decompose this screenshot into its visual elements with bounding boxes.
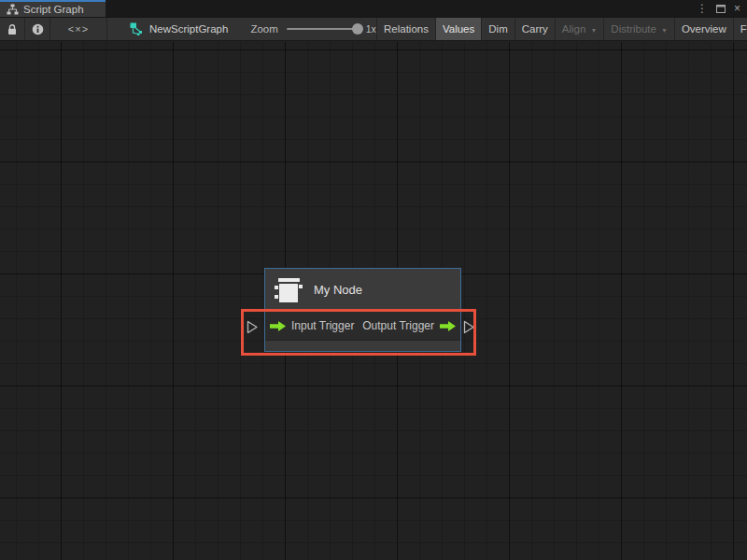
- output-port-label: Output Trigger: [362, 319, 434, 332]
- node-header[interactable]: My Node: [265, 269, 460, 311]
- menu-icon[interactable]: ⋮: [697, 3, 708, 14]
- external-input-connector-icon[interactable]: [247, 320, 259, 334]
- carry-button[interactable]: Carry: [514, 18, 555, 40]
- align-label: Align: [562, 23, 586, 35]
- dim-label: Dim: [488, 23, 507, 35]
- dim-button[interactable]: Dim: [481, 18, 514, 40]
- relations-label: Relations: [384, 23, 429, 35]
- graph-toolbar: <×> NewScriptGraph Zoom 1x Relation: [0, 17, 747, 41]
- carry-label: Carry: [522, 23, 548, 35]
- graph-breadcrumb[interactable]: NewScriptGraph: [107, 18, 228, 40]
- maximize-icon[interactable]: [716, 5, 726, 13]
- align-dropdown[interactable]: Align ▼: [555, 18, 604, 40]
- overview-button[interactable]: Overview: [674, 18, 733, 40]
- graph-name-label: NewScriptGraph: [149, 23, 228, 35]
- node-footer: [265, 340, 460, 351]
- trigger-arrow-icon: [440, 321, 456, 331]
- chevron-down-icon: ▼: [590, 27, 597, 34]
- input-port-label: Input Trigger: [291, 319, 354, 332]
- info-button[interactable]: [25, 18, 49, 40]
- overview-label: Overview: [682, 23, 726, 35]
- relations-button[interactable]: Relations: [376, 18, 435, 40]
- zoom-control: Zoom 1x: [250, 18, 376, 40]
- lock-icon: [7, 23, 18, 35]
- code-preview-button[interactable]: <×>: [50, 18, 106, 40]
- toolbar-toggle-buttons: Relations Values Dim Carry Align ▼ Distr…: [376, 18, 747, 40]
- values-label: Values: [443, 23, 474, 35]
- input-trigger-port[interactable]: Input Trigger: [270, 319, 354, 332]
- script-graph-window: Script Graph ⋮ ×: [0, 0, 747, 560]
- output-trigger-port[interactable]: Output Trigger: [362, 319, 456, 332]
- node-title: My Node: [314, 283, 362, 297]
- external-output-connector-icon[interactable]: [463, 320, 475, 334]
- distribute-dropdown[interactable]: Distribute ▼: [603, 18, 674, 40]
- close-icon[interactable]: ×: [734, 3, 740, 14]
- hierarchy-graph-icon: [7, 4, 19, 15]
- zoom-slider[interactable]: [287, 28, 358, 30]
- graph-node[interactable]: My Node Input Trigger Output Trigger: [264, 268, 461, 352]
- tab-label: Script Graph: [23, 4, 84, 15]
- full-screen-button[interactable]: Full Screen: [733, 18, 747, 40]
- info-icon: [32, 23, 44, 35]
- distribute-label: Distribute: [611, 23, 656, 35]
- script-graph-asset-icon: [130, 22, 143, 35]
- graph-canvas[interactable]: My Node Input Trigger Output Trigger: [0, 42, 747, 560]
- values-button[interactable]: Values: [435, 18, 481, 40]
- zoom-value: 1x: [366, 23, 376, 35]
- window-controls: ⋮ ×: [697, 0, 747, 17]
- tab-script-graph[interactable]: Script Graph: [0, 0, 106, 17]
- unit-node-icon: [274, 277, 303, 303]
- trigger-arrow-icon: [270, 321, 286, 331]
- title-bar: Script Graph ⋮ ×: [0, 0, 747, 17]
- zoom-slider-knob[interactable]: [352, 23, 363, 35]
- node-port-row: Input Trigger Output Trigger: [265, 311, 460, 340]
- zoom-label: Zoom: [250, 23, 277, 35]
- lock-button[interactable]: [0, 18, 24, 40]
- full-screen-label: Full Screen: [740, 23, 747, 35]
- chevron-down-icon: ▼: [661, 27, 668, 34]
